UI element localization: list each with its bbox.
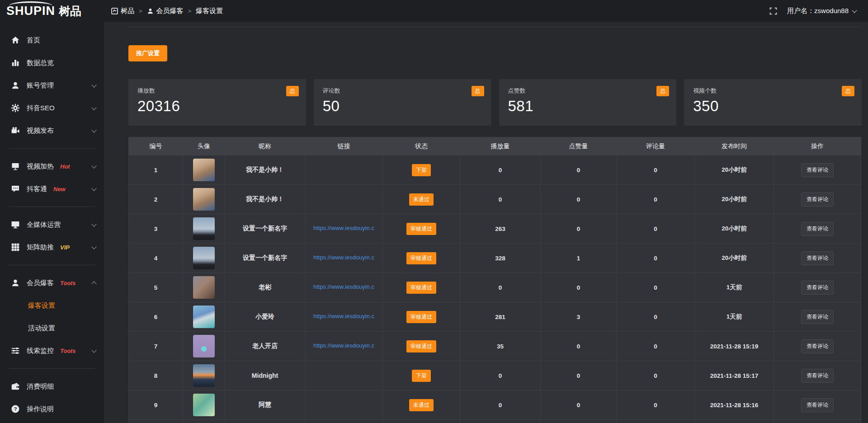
cell-publish-time: 20小时前 bbox=[695, 185, 774, 214]
status-badge: 下架 bbox=[412, 370, 431, 382]
breadcrumb-item[interactable]: 会员爆客 bbox=[147, 7, 184, 15]
cell-actions: 查看评论 bbox=[774, 214, 861, 244]
cell-avatar bbox=[183, 420, 225, 423]
sidebar-item-首页[interactable]: 首页 bbox=[0, 29, 104, 52]
sidebar-item-label: 视频发布 bbox=[27, 127, 54, 135]
sidebar-item-消费明细[interactable]: 消费明细 bbox=[0, 375, 104, 398]
total-badge: 总 bbox=[472, 86, 484, 96]
sidebar-item-全媒体运营[interactable]: 全媒体运营 bbox=[0, 213, 104, 236]
cell-nickname: 小爱玲 bbox=[225, 302, 305, 332]
sidebar-item-抖音SEO[interactable]: 抖音SEO bbox=[0, 97, 104, 119]
sidebar: SHUPIN 树品 首页数据总览账号管理抖音SEO视频发布视频加热Hot抖客通N… bbox=[0, 0, 104, 423]
avatar bbox=[193, 276, 215, 299]
view-comments-button[interactable]: 查看评论 bbox=[801, 369, 834, 383]
sidebar-item-数据总览[interactable]: 数据总览 bbox=[0, 52, 104, 74]
stat-cards: 播放数20316总评论数50总点赞数581总视频个数350总 bbox=[128, 79, 862, 126]
sidebar-item-视频发布[interactable]: 视频发布 bbox=[0, 119, 104, 142]
cell-plays: 0 bbox=[460, 273, 541, 302]
view-comments-button[interactable]: 查看评论 bbox=[801, 398, 834, 412]
table-header-row: 编号头像昵称链接状态播放量点赞量评论量发布时间操作 bbox=[129, 137, 861, 155]
chevron-up-icon bbox=[91, 281, 96, 286]
chevron-down-icon bbox=[852, 8, 857, 13]
breadcrumb-separator: > bbox=[188, 8, 192, 14]
cell-comments: 0 bbox=[617, 185, 695, 214]
cell-link bbox=[305, 420, 383, 423]
chevron-down-icon bbox=[91, 221, 96, 226]
sidebar-item-抖客通[interactable]: 抖客通New bbox=[0, 178, 104, 200]
view-comments-button[interactable]: 查看评论 bbox=[801, 310, 834, 324]
sidebar-subitem-活动设置[interactable]: 活动设置 bbox=[0, 317, 104, 339]
cell-plays: 328 bbox=[460, 244, 541, 273]
video-link[interactable]: https://www.iesdouyin.c bbox=[313, 313, 374, 320]
column-header-链接: 链接 bbox=[305, 137, 383, 155]
cell-publish-time: 20小时前 bbox=[695, 214, 774, 244]
wallet-icon bbox=[11, 382, 20, 391]
cell-actions: 查看评论 bbox=[774, 185, 861, 214]
view-comments-button[interactable]: 查看评论 bbox=[801, 339, 834, 353]
cell-plays: 263 bbox=[460, 214, 541, 244]
breadcrumb-item[interactable]: 爆客设置 bbox=[196, 7, 223, 15]
cell-status bbox=[383, 420, 460, 423]
avatar bbox=[193, 335, 215, 357]
sidebar-item-label: 抖客通 bbox=[27, 185, 47, 193]
sliders-icon bbox=[11, 346, 20, 355]
sidebar-badge-New: New bbox=[53, 186, 66, 193]
sidebar-subitem-爆客设置[interactable]: 爆客设置 bbox=[0, 294, 104, 317]
sidebar-item-矩阵助推[interactable]: 矩阵助推VIP bbox=[0, 236, 104, 258]
user-menu[interactable]: 用户名：zswodun88 bbox=[787, 7, 856, 15]
video-link[interactable]: https://www.iesdouyin.c bbox=[313, 283, 374, 290]
breadcrumb-item[interactable]: 树品 bbox=[111, 7, 134, 15]
view-comments-button[interactable]: 查看评论 bbox=[801, 222, 834, 236]
chevron-down-icon bbox=[91, 163, 96, 168]
video-link[interactable]: https://www.iesdouyin.c bbox=[313, 254, 374, 261]
cell-avatar bbox=[183, 155, 225, 185]
videos-table: 编号头像昵称链接状态播放量点赞量评论量发布时间操作 1我不是小帅！下架00020… bbox=[128, 137, 861, 423]
sidebar-item-会员爆客[interactable]: 会员爆客Tools bbox=[0, 272, 104, 294]
chevron-down-icon bbox=[91, 105, 96, 110]
view-comments-button[interactable]: 查看评论 bbox=[801, 281, 834, 295]
cell-publish-time: 1天前 bbox=[695, 273, 774, 302]
video-icon bbox=[11, 126, 20, 135]
sidebar-item-label: 操作说明 bbox=[27, 405, 54, 414]
sidebar-item-视频加热[interactable]: 视频加热Hot bbox=[0, 155, 104, 178]
sidebar-divider bbox=[9, 148, 95, 149]
cell-actions bbox=[774, 420, 861, 423]
stat-card-label: 播放数 bbox=[137, 87, 297, 95]
stat-card-label: 视频个数 bbox=[693, 87, 853, 95]
view-comments-button[interactable]: 查看评论 bbox=[801, 163, 834, 177]
video-link[interactable]: https://www.iesdouyin.c bbox=[313, 342, 374, 349]
column-header-点赞量: 点赞量 bbox=[541, 137, 617, 155]
member-icon bbox=[11, 278, 20, 287]
fullscreen-icon[interactable] bbox=[769, 7, 777, 15]
cell-nickname: 设置一个新名字 bbox=[225, 214, 305, 244]
cell-comments bbox=[617, 420, 695, 423]
cell-avatar bbox=[183, 302, 225, 332]
sidebar-item-线索监控[interactable]: 线索监控Tools bbox=[0, 339, 104, 362]
cell-status: 下架 bbox=[383, 155, 460, 185]
cell-nickname: Midnight bbox=[225, 361, 305, 390]
table-row: 2我不是小帅！未通过00020小时前查看评论 bbox=[129, 185, 861, 214]
view-comments-button[interactable]: 查看评论 bbox=[801, 193, 834, 207]
stat-card-评论数: 评论数50总 bbox=[314, 79, 491, 126]
sidebar-item-账号管理[interactable]: 账号管理 bbox=[0, 74, 104, 97]
cell-comments: 0 bbox=[617, 214, 695, 244]
video-link[interactable]: https://www.iesdouyin.c bbox=[313, 225, 374, 231]
avatar bbox=[193, 159, 215, 181]
promo-settings-button[interactable]: 推广设置 bbox=[128, 45, 167, 61]
chevron-down-icon bbox=[91, 348, 96, 352]
cell-status: 审核通过 bbox=[383, 244, 460, 273]
cell-publish-time: 20小时前 bbox=[695, 244, 774, 273]
brand-logo[interactable]: SHUPIN 树品 bbox=[0, 0, 104, 22]
cell-avatar bbox=[183, 390, 225, 420]
cell-status: 审核通过 bbox=[383, 332, 460, 361]
sidebar-item-label: 全媒体运营 bbox=[27, 221, 61, 229]
cell-status: 审核通过 bbox=[383, 214, 460, 244]
sidebar-item-操作说明[interactable]: ?操作说明 bbox=[0, 398, 104, 420]
cell-comments: 0 bbox=[617, 302, 695, 332]
table-body: 1我不是小帅！下架00020小时前查看评论2我不是小帅！未通过00020小时前查… bbox=[129, 155, 861, 423]
monitor-icon bbox=[11, 220, 20, 229]
view-comments-button[interactable]: 查看评论 bbox=[801, 251, 834, 265]
cell-id: 3 bbox=[129, 214, 183, 244]
sidebar-divider bbox=[9, 207, 95, 207]
heat-icon bbox=[11, 162, 20, 171]
